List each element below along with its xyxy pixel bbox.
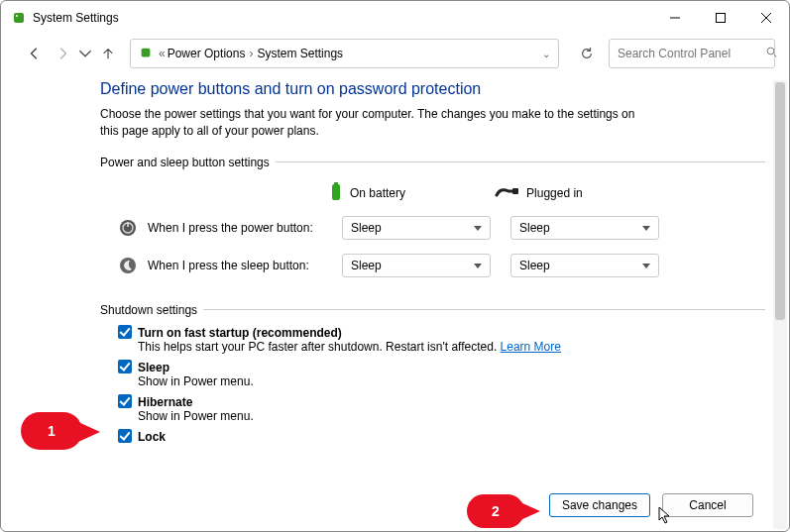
svg-rect-10	[334, 182, 338, 185]
title-bar: System Settings	[1, 1, 789, 35]
nav-bar: « Power Options › System Settings ⌄	[1, 35, 789, 72]
page-description: Choose the power settings that you want …	[100, 106, 655, 140]
lock-option: Lock	[118, 429, 765, 444]
annotation-2: 2	[467, 494, 524, 528]
page-heading: Define power buttons and turn on passwor…	[100, 80, 765, 98]
scrollbar-thumb[interactable]	[775, 82, 785, 320]
svg-rect-0	[14, 13, 24, 23]
moon-icon	[118, 256, 138, 275]
power-button-row: When I press the power button: Sleep Sle…	[118, 216, 765, 240]
svg-point-1	[16, 15, 18, 17]
learn-more-link[interactable]: Learn More	[501, 340, 561, 354]
svg-rect-3	[717, 14, 726, 23]
sleep-button-label: When I press the sleep button:	[148, 259, 332, 272]
back-button[interactable]	[23, 42, 47, 65]
up-button[interactable]	[96, 42, 120, 65]
battery-header: On battery	[328, 181, 405, 206]
battery-icon	[328, 181, 344, 206]
hibernate-option: Hibernate Show in Power menu.	[118, 394, 765, 423]
recent-dropdown[interactable]	[78, 42, 92, 65]
hibernate-checkbox[interactable]	[118, 394, 132, 408]
power-button-label: When I press the power button:	[148, 221, 332, 235]
svg-rect-11	[512, 188, 518, 194]
power-sleep-fieldset: Power and sleep button settings On batte…	[100, 156, 765, 291]
window-controls	[652, 2, 789, 34]
maximize-button[interactable]	[698, 2, 743, 34]
power-battery-select[interactable]: Sleep	[342, 216, 491, 240]
forward-button[interactable]	[51, 42, 74, 65]
chevron-down-icon[interactable]: ⌄	[542, 49, 550, 59]
plugged-header: Plugged in	[495, 181, 583, 206]
content-area: Define power buttons and turn on passwor…	[100, 80, 765, 472]
address-icon	[139, 46, 153, 62]
power-sleep-legend: Power and sleep button settings	[100, 156, 276, 169]
cancel-button[interactable]: Cancel	[662, 493, 753, 517]
refresh-button[interactable]	[573, 40, 601, 67]
sleep-battery-select[interactable]: Sleep	[342, 254, 491, 277]
mode-header: On battery Plugged in	[100, 181, 765, 206]
window-title: System Settings	[33, 11, 119, 25]
shutdown-legend: Shutdown settings	[100, 303, 203, 317]
svg-line-8	[774, 53, 777, 56]
search-box[interactable]	[609, 39, 775, 68]
save-changes-button[interactable]: Save changes	[549, 493, 650, 517]
address-bar[interactable]: « Power Options › System Settings ⌄	[130, 39, 559, 68]
annotation-1: 1	[21, 412, 82, 450]
minimize-button[interactable]	[652, 2, 698, 34]
sleep-plugged-select[interactable]: Sleep	[510, 254, 659, 277]
power-plugged-select[interactable]: Sleep	[510, 216, 659, 240]
fast-startup-checkbox[interactable]	[118, 325, 132, 339]
footer-buttons: Save changes Cancel	[549, 493, 753, 517]
lock-checkbox[interactable]	[118, 429, 132, 443]
sleep-checkbox[interactable]	[118, 360, 132, 373]
plug-icon	[495, 185, 520, 202]
sleep-button-row: When I press the sleep button: Sleep Sle…	[118, 254, 765, 277]
svg-point-7	[767, 48, 774, 54]
sleep-option: Sleep Show in Power menu.	[118, 360, 765, 388]
power-icon	[118, 218, 138, 238]
shutdown-fieldset: Shutdown settings Turn on fast startup (…	[100, 303, 765, 450]
breadcrumb-current[interactable]: System Settings	[257, 47, 343, 60]
search-input[interactable]	[618, 47, 766, 60]
svg-rect-6	[142, 48, 151, 56]
search-icon	[766, 47, 778, 61]
close-button[interactable]	[743, 2, 789, 34]
breadcrumb-root[interactable]: Power Options	[168, 47, 246, 60]
vertical-scrollbar[interactable]	[773, 80, 787, 529]
app-icon	[11, 10, 27, 26]
fast-startup-option: Turn on fast startup (recommended) This …	[118, 325, 765, 354]
svg-rect-9	[332, 184, 340, 200]
chevron-right-icon: ›	[249, 47, 253, 60]
